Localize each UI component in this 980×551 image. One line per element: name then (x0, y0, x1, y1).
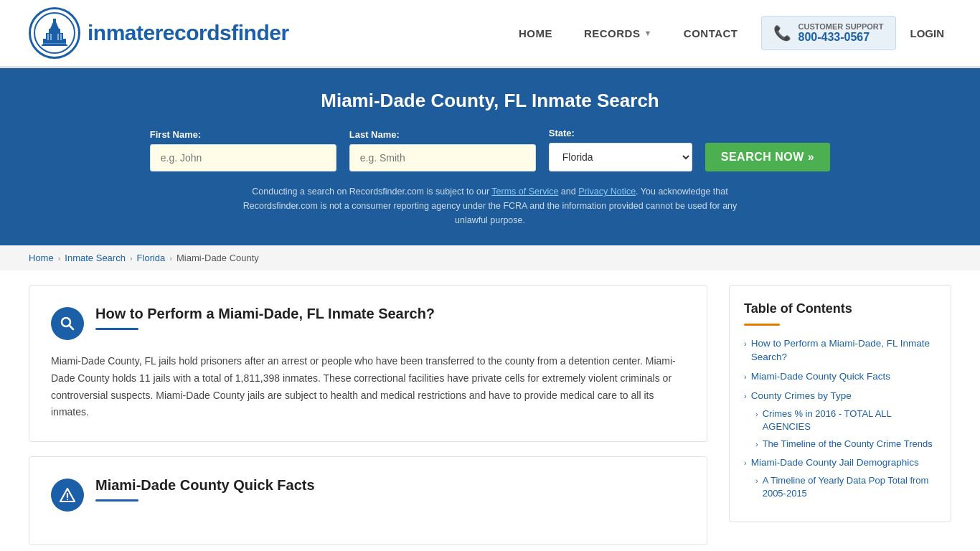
customer-support-box: 📞 CUSTOMER SUPPORT 800-433-0567 (761, 16, 896, 50)
login-button[interactable]: LOGIN (903, 20, 952, 47)
svg-rect-5 (53, 19, 56, 23)
sidebar: Table of Contents › How to Perform a Mia… (729, 285, 951, 551)
section-title-1: How to Perform a Miami-Dade, FL Inmate S… (95, 306, 435, 322)
svg-rect-10 (43, 43, 66, 44)
toc-box: Table of Contents › How to Perform a Mia… (729, 285, 951, 522)
svg-rect-6 (47, 34, 49, 40)
chevron-right-icon: › (744, 391, 747, 402)
last-name-input[interactable] (349, 144, 536, 171)
first-name-group: First Name: (150, 129, 336, 171)
state-select[interactable]: Florida Alabama Alaska Arizona Arkansas … (549, 143, 692, 171)
last-name-group: Last Name: (349, 129, 536, 171)
info-icon-circle (51, 479, 84, 512)
section-title-2: Miami-Dade County Quick Facts (95, 477, 315, 494)
search-icon-circle (51, 307, 84, 340)
nav-records[interactable]: RECORDS ▼ (568, 20, 668, 47)
phone-icon: 📞 (773, 24, 791, 42)
svg-rect-3 (49, 29, 60, 34)
state-label: State: (549, 128, 575, 138)
breadcrumb: Home › Inmate Search › Florida › Miami-D… (0, 245, 980, 270)
privacy-link[interactable]: Privacy Notice (578, 187, 636, 197)
search-disclaimer: Conducting a search on Recordsfinder.com… (239, 184, 741, 227)
how-to-section: How to Perform a Miami-Dade, FL Inmate S… (29, 285, 707, 442)
first-name-input[interactable] (150, 144, 336, 171)
first-name-label: First Name: (150, 129, 202, 140)
search-button[interactable]: SEARCH NOW » (705, 143, 830, 171)
svg-rect-11 (42, 44, 67, 46)
toc-item-5: › Miami-Dade County Jail Demographics › … (744, 456, 936, 500)
breadcrumb-home[interactable]: Home (29, 253, 54, 263)
breadcrumb-florida[interactable]: Florida (137, 253, 166, 263)
svg-point-16 (67, 499, 68, 500)
state-group: State: Florida Alabama Alaska Arizona Ar… (549, 128, 692, 171)
logo-area: inmaterecordsfinder (29, 7, 289, 59)
toc-link-0[interactable]: › How to Perform a Miami-Dade, FL Inmate… (744, 337, 936, 364)
breadcrumb-inmate-search[interactable]: Inmate Search (65, 253, 126, 263)
search-form: First Name: Last Name: State: Florida Al… (29, 128, 951, 171)
toc-sublist-crimes: › Crimes % in 2016 - TOTAL ALL AGENCIES … (744, 408, 936, 451)
breadcrumb-sep-3: › (169, 254, 172, 263)
logo-text: inmaterecordsfinder (88, 21, 289, 45)
toc-link-2[interactable]: › County Crimes by Type (744, 390, 936, 403)
chevron-right-icon: › (755, 409, 758, 420)
section-header-1: How to Perform a Miami-Dade, FL Inmate S… (51, 306, 685, 340)
content-area: How to Perform a Miami-Dade, FL Inmate S… (29, 285, 729, 551)
logo-icon (29, 7, 80, 59)
svg-line-13 (70, 326, 74, 330)
toc-divider (744, 324, 780, 326)
search-hero: Miami-Dade County, FL Inmate Search Firs… (0, 68, 980, 245)
nav-home[interactable]: HOME (503, 20, 568, 47)
toc-item-1: › Miami-Dade County Quick Facts (744, 370, 936, 384)
section-title-wrapper-2: Miami-Dade County Quick Facts (95, 477, 315, 501)
toc-list: › How to Perform a Miami-Dade, FL Inmate… (744, 337, 936, 500)
main-nav: HOME RECORDS ▼ CONTACT 📞 CUSTOMER SUPPOR… (503, 16, 951, 50)
chevron-right-icon: › (744, 339, 747, 349)
toc-item-2: › County Crimes by Type › Crimes % in 20… (744, 390, 936, 451)
toc-link-6[interactable]: › A Timeline of Yearly Data Pop Total fr… (755, 474, 936, 500)
toc-subitem-6: › A Timeline of Yearly Data Pop Total fr… (755, 474, 936, 500)
page-title: Miami-Dade County, FL Inmate Search (29, 90, 951, 112)
svg-rect-7 (50, 34, 52, 40)
nav-contact[interactable]: CONTACT (668, 20, 754, 47)
toc-subitem-4: › The Timeline of the County Crime Trend… (755, 438, 936, 451)
section-divider-1 (95, 328, 138, 330)
section-header-2: Miami-Dade County Quick Facts (51, 477, 685, 512)
toc-item-0: › How to Perform a Miami-Dade, FL Inmate… (744, 337, 936, 364)
svg-rect-9 (60, 34, 62, 40)
toc-title: Table of Contents (744, 301, 936, 316)
toc-link-1[interactable]: › Miami-Dade County Quick Facts (744, 370, 936, 384)
chevron-right-icon: › (744, 372, 747, 382)
toc-link-4[interactable]: › The Timeline of the County Crime Trend… (755, 438, 936, 451)
toc-subitem-3: › Crimes % in 2016 - TOTAL ALL AGENCIES (755, 408, 936, 433)
breadcrumb-sep-2: › (130, 254, 133, 263)
chevron-right-icon: › (755, 439, 758, 450)
support-info: CUSTOMER SUPPORT 800-433-0567 (798, 22, 884, 44)
chevron-down-icon: ▼ (644, 29, 651, 37)
chevron-right-icon: › (755, 476, 758, 486)
svg-rect-8 (57, 34, 59, 40)
section-divider-2 (95, 499, 138, 501)
quick-facts-section: Miami-Dade County Quick Facts (29, 456, 707, 545)
toc-link-3[interactable]: › Crimes % in 2016 - TOTAL ALL AGENCIES (755, 408, 936, 433)
toc-sublist-demographics: › A Timeline of Yearly Data Pop Total fr… (744, 474, 936, 500)
breadcrumb-sep-1: › (58, 254, 61, 263)
section-title-wrapper-1: How to Perform a Miami-Dade, FL Inmate S… (95, 306, 435, 330)
section-body-1: Miami-Dade County, FL jails hold prisone… (51, 353, 685, 421)
main-content: How to Perform a Miami-Dade, FL Inmate S… (0, 270, 980, 551)
terms-link[interactable]: Terms of Service (491, 187, 558, 197)
site-header: inmaterecordsfinder HOME RECORDS ▼ CONTA… (0, 0, 980, 68)
toc-link-5[interactable]: › Miami-Dade County Jail Demographics (744, 456, 936, 470)
chevron-right-icon: › (744, 458, 747, 468)
breadcrumb-current: Miami-Dade County (176, 253, 259, 263)
last-name-label: Last Name: (349, 129, 400, 140)
